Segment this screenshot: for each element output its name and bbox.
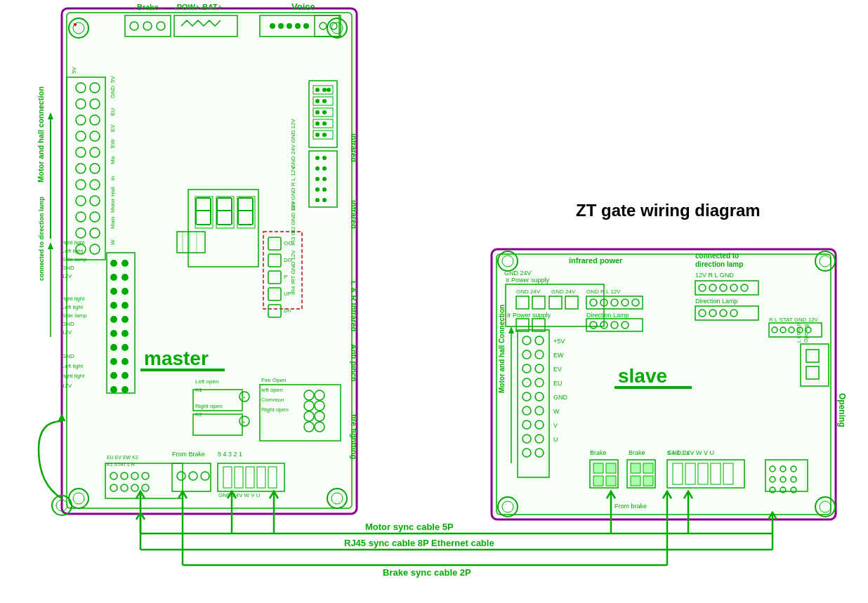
svg-point-11 <box>295 23 301 29</box>
numbers-slave: 5 4 3 2 1 <box>667 450 690 456</box>
gnd-24v-inner-1: GND 24V <box>516 289 541 295</box>
hall-pin-ew: EW <box>110 139 116 148</box>
gnd-3: GND <box>62 353 74 359</box>
left-light-3: Left light <box>62 363 84 369</box>
gnd-r-l-12v: GND R L 12V <box>586 289 621 295</box>
svg-point-88 <box>322 177 327 181</box>
brake-label: Brake <box>137 3 159 11</box>
right-open-fire: Right open <box>261 406 289 413</box>
svg-point-63 <box>121 386 129 393</box>
svg-point-79 <box>322 121 327 126</box>
svg-point-58 <box>110 358 117 365</box>
right-open-label: Right open <box>195 403 223 409</box>
svg-point-83 <box>315 156 320 160</box>
svg-rect-128 <box>140 369 225 371</box>
btn-p: P <box>284 274 287 280</box>
svg-rect-228 <box>614 386 692 389</box>
svg-point-48 <box>110 288 117 295</box>
connected-direction-slave-2: direction lamp <box>695 260 743 268</box>
svg-rect-242 <box>631 463 640 473</box>
btn-up: UP <box>284 291 291 297</box>
svg-text:+: + <box>242 395 246 401</box>
r-l-stat-gnd-12v: R L STAT GND 12V <box>769 317 819 323</box>
slave-pin-gnd: GND <box>553 394 568 401</box>
anti-pinch-label: Anti pinch <box>350 344 358 382</box>
svg-point-44 <box>110 260 117 267</box>
svg-point-8 <box>270 23 275 29</box>
svg-rect-245 <box>643 476 653 486</box>
diagram-title: ZT gate wiring diagram <box>576 201 761 220</box>
motor-hall-slave: Motor and hall Connection <box>498 305 506 393</box>
12v-1: 12V <box>62 273 72 279</box>
left-light-2: Left light <box>62 304 84 310</box>
12v-3: 12V <box>62 383 72 389</box>
right-light-1: right light <box>62 239 85 246</box>
slave-label: slave <box>618 365 667 387</box>
lr-infrared-label: L & R Infrared <box>350 281 358 332</box>
ir-power-slave-label-2: Ir Power supply <box>507 312 551 319</box>
direction-lamp-right: Direction Lamp <box>695 298 738 305</box>
svg-point-92 <box>322 198 327 202</box>
gnd-2: GND <box>62 321 74 327</box>
infrared-label-1: infrared <box>350 133 358 162</box>
l-com-r-label: L COM R <box>796 322 801 343</box>
hall-pin-in: in <box>110 176 116 180</box>
slave-pin-5v: +5V <box>553 338 565 345</box>
svg-rect-244 <box>631 476 640 486</box>
motor-sync-label: Motor sync cable 5P <box>365 522 454 532</box>
infrared-power-slave: infrared power <box>569 256 623 265</box>
connected-direction-master: connected to direction lamp <box>38 196 45 281</box>
svg-point-54 <box>110 330 117 337</box>
svg-point-46 <box>110 274 117 281</box>
svg-point-50 <box>110 302 117 309</box>
pow-label: -POW+-BAT+ <box>174 3 222 11</box>
pin-5v: 5V <box>71 67 77 74</box>
svg-point-45 <box>121 260 129 267</box>
svg-rect-238 <box>606 463 616 473</box>
svg-point-18 <box>74 23 77 26</box>
svg-point-89 <box>315 187 320 192</box>
svg-rect-240 <box>606 476 616 486</box>
from-brake-slave: From brake <box>614 503 647 510</box>
master-label: master <box>144 347 209 369</box>
svg-point-51 <box>121 302 129 309</box>
hall-pin-label: 5V <box>110 76 116 83</box>
svg-point-9 <box>278 23 284 29</box>
hall-pin-motor: Motor <box>110 198 116 213</box>
hall-pin-ma: Ma <box>110 156 116 164</box>
motor-hall-label: Motor and hall connection <box>37 86 45 183</box>
ir-label: GND 24V GND 12V <box>290 119 296 168</box>
svg-point-76 <box>315 110 320 114</box>
12v-r-l-gnd-label: 12V R L GND <box>695 272 734 279</box>
svg-point-10 <box>287 23 292 29</box>
infrared-label-2: infrared <box>350 200 358 229</box>
svg-point-86 <box>322 166 327 171</box>
svg-point-55 <box>121 330 129 337</box>
fire-open-label: Fire Open <box>261 377 287 383</box>
svg-point-49 <box>121 288 129 295</box>
svg-point-56 <box>110 344 117 351</box>
brake-slave-2: Brake <box>629 449 645 456</box>
12v-2: 12V <box>62 329 72 336</box>
opening-label: Opening <box>837 393 847 428</box>
hall-pin-eu: EU <box>110 108 116 116</box>
svg-text:+: + <box>242 419 246 425</box>
slave-pin-ew: EW <box>553 352 564 359</box>
ir-power-slave-label: Ir Power supply <box>506 277 550 284</box>
from-brake-master: From Brake <box>172 451 205 458</box>
diagram-container: Brake -POW+-BAT+ Voice Motor and hall co… <box>0 0 868 603</box>
svg-point-12 <box>303 23 309 29</box>
left-light-1: Left light <box>62 248 84 254</box>
brake-slave-1: Brake <box>590 449 607 456</box>
hall-pin-ev: EV <box>110 124 116 132</box>
svg-point-77 <box>322 110 327 114</box>
gnd-1: GND <box>62 265 74 271</box>
svg-point-90 <box>322 187 327 192</box>
k2-label: K2 <box>195 411 202 418</box>
slave-pin-u: U <box>553 436 558 443</box>
slave-pin-ev: EV <box>553 366 562 373</box>
slave-pin-eu: EU <box>553 380 563 387</box>
direction-lamp-label: Direction Lamp <box>586 312 629 319</box>
svg-point-72 <box>322 88 327 92</box>
svg-point-60 <box>110 372 117 379</box>
